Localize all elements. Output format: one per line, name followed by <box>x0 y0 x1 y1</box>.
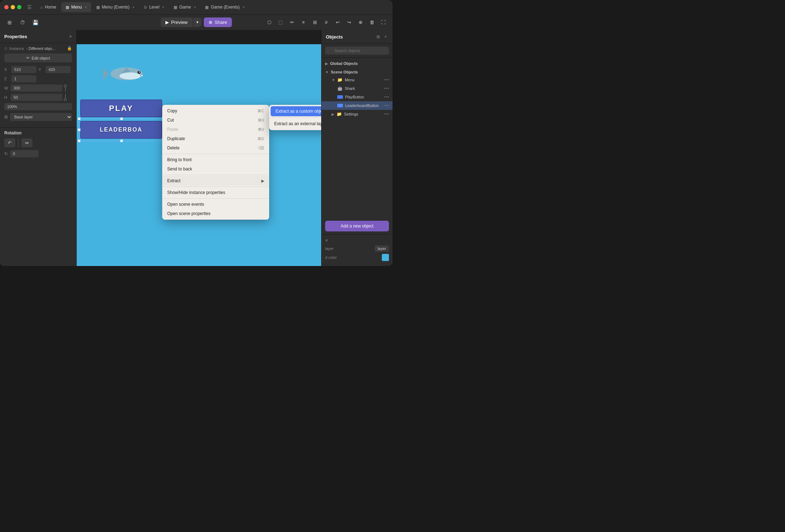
add-new-object-button[interactable]: Add a new object <box>325 221 389 231</box>
global-objects-header[interactable]: ▶ Global Objects <box>322 60 392 67</box>
context-menu-paste: Paste ⌘V <box>162 125 269 134</box>
context-menu-cut[interactable]: Cut ⌘X <box>162 116 269 125</box>
playbutton-more-icon[interactable]: ⋯ <box>384 94 389 100</box>
leaderboard-button-text: LEADERBOA <box>100 127 142 133</box>
close-button[interactable] <box>4 5 9 9</box>
maximize-button[interactable] <box>17 5 21 9</box>
context-menu-show-hide[interactable]: Show/Hide instance properties <box>162 188 269 197</box>
z-input[interactable] <box>11 75 36 82</box>
tab-level[interactable]: ⊙ Level × <box>139 2 169 12</box>
canvas-area[interactable]: PLAY LEADERBOA Copy ⌘C Cut ⌘X <box>77 30 321 266</box>
x-input[interactable] <box>11 66 36 73</box>
extract-external-layout-button[interactable]: Extract as an external layout <box>269 119 321 129</box>
properties-panel-header: Properties × <box>0 30 76 43</box>
context-menu-extract[interactable]: Extract ▶ <box>162 176 269 185</box>
tree-item-playbutton[interactable]: PlayButton ⋯ <box>322 93 392 101</box>
tab-level-close[interactable]: × <box>162 5 164 9</box>
save-icon-btn[interactable]: 💾 <box>30 17 41 28</box>
opacity-input[interactable] <box>4 103 72 110</box>
zoom-in-icon-btn[interactable]: ⊕ <box>355 17 365 27</box>
tab-menu-events[interactable]: ▦ Menu (Events) × <box>92 2 139 12</box>
objects-title: Objects <box>326 34 343 40</box>
tab-home[interactable]: ⌂ Home <box>36 2 61 12</box>
svg-marker-1 <box>103 67 109 80</box>
shark-more-icon[interactable]: ⋯ <box>384 86 389 91</box>
leaderboard-button-object[interactable]: LEADERBOA <box>80 121 162 139</box>
rotation-input[interactable] <box>10 150 39 157</box>
tree-item-menu[interactable]: ▼ 📁 Menu ⋯ <box>322 76 392 84</box>
instance-row: ◇ Instance - Different objo... 🔒 <box>4 46 72 51</box>
object-select-icon-btn[interactable]: ⬚ <box>276 17 286 27</box>
rotate-ccw-button[interactable]: ↶ <box>4 138 15 147</box>
copy-shortcut: ⌘C <box>257 109 264 113</box>
cube-3d-icon-btn[interactable]: ⬡ <box>264 17 274 27</box>
tree-item-leaderboardbutton[interactable]: LeaderboardButton ⋯ <box>322 101 392 110</box>
history-icon-btn[interactable]: ⏱ <box>17 17 28 28</box>
objects-add-icon[interactable]: ⊞ <box>375 34 381 40</box>
minimize-button[interactable] <box>11 5 15 9</box>
tab-menu[interactable]: ▦ Menu × <box>61 2 91 12</box>
context-menu-send-back[interactable]: Send to back <box>162 164 269 174</box>
context-menu-delete[interactable]: Delete ⌫ <box>162 143 269 153</box>
extract-custom-object-button[interactable]: Extract as a custom object <box>271 106 321 116</box>
tree-item-settings[interactable]: ▶ 📁 Settings ⋯ <box>322 110 392 118</box>
properties-close-button[interactable]: × <box>69 34 72 39</box>
preview-button[interactable]: ▶ Preview <box>160 17 193 27</box>
titlebar: ☰ ⌂ Home ▦ Menu × ▦ Menu (Events) × ⊙ Le… <box>0 0 392 14</box>
copy-label: Copy <box>167 108 177 113</box>
context-menu-open-props[interactable]: Open scene properties <box>162 209 269 218</box>
objects-close-icon[interactable]: × <box>383 34 388 40</box>
trash-icon-btn[interactable]: 🗑 <box>367 17 377 27</box>
settings-more-icon[interactable]: ⋯ <box>384 111 389 117</box>
tab-game[interactable]: ▦ Game × <box>169 2 200 12</box>
objects-panel-header: Objects ⊞ × <box>322 30 392 44</box>
context-menu-open-events[interactable]: Open scene events <box>162 200 269 209</box>
tab-menu-events-close[interactable]: × <box>133 5 135 9</box>
bp-layer-label: layer <box>325 246 334 251</box>
cut-label: Cut <box>167 118 174 123</box>
share-button[interactable]: ⊕ Share <box>204 17 232 27</box>
link-chain-icon <box>64 85 67 92</box>
pencil-icon-btn[interactable]: ✏ <box>287 17 297 27</box>
extract-label: Extract <box>167 178 180 183</box>
leaderboardbutton-more-icon[interactable]: ⋯ <box>384 103 389 108</box>
fullscreen-icon-btn[interactable]: ⛶ <box>378 17 388 27</box>
context-menu-copy[interactable]: Copy ⌘C <box>162 106 269 116</box>
tab-game-events[interactable]: ▦ Game (Events) × <box>201 2 249 12</box>
h-input[interactable] <box>11 94 62 101</box>
play-button-object[interactable]: PLAY <box>80 99 162 117</box>
redo-icon-btn[interactable]: ↪ <box>344 17 354 27</box>
grid-toggle-icon-btn[interactable]: ⊞ <box>310 17 320 27</box>
context-menu-duplicate[interactable]: Duplicate ⌘D <box>162 134 269 143</box>
bp-color-swatch[interactable] <box>382 254 389 261</box>
scene-arrow-icon: ▼ <box>325 70 329 74</box>
search-input[interactable] <box>325 47 389 55</box>
tab-game-close[interactable]: × <box>194 5 196 9</box>
w-input[interactable] <box>11 85 62 92</box>
tab-game-events-close[interactable]: × <box>242 5 245 9</box>
y-input[interactable] <box>46 66 71 73</box>
playbutton-label: PlayButton <box>345 95 364 99</box>
tab-level-label: Level <box>149 5 159 10</box>
context-menu-bring-front[interactable]: Bring to front <box>162 155 269 164</box>
bottom-panel-close[interactable]: × <box>325 237 328 243</box>
hashtag-icon-btn[interactable]: # <box>321 17 331 27</box>
lock-icon[interactable]: 🔒 <box>67 46 72 51</box>
undo-icon-btn[interactable]: ↩ <box>333 17 343 27</box>
hamburger-icon[interactable]: ☰ <box>27 4 32 10</box>
properties-panel: Properties × ◇ Instance - Different objo… <box>0 30 77 266</box>
menu-more-icon[interactable]: ⋯ <box>384 77 389 83</box>
bottom-panel-color-row: d color <box>325 254 389 261</box>
edit-object-button[interactable]: ✏ Edit object <box>4 53 72 62</box>
show-hide-label: Show/Hide instance properties <box>167 190 225 195</box>
share-label: Share <box>215 20 227 25</box>
scene-objects-header[interactable]: ▼ Scene Objects <box>322 68 392 76</box>
layer-select[interactable]: Base layer <box>10 113 72 121</box>
flip-h-button[interactable]: ⇔ <box>21 138 32 147</box>
preview-dropdown[interactable]: ▾ <box>193 18 201 27</box>
layout-icon-btn[interactable]: ⊞ <box>4 17 15 28</box>
layers-icon-btn[interactable]: ≡ <box>298 17 308 27</box>
rotation-divider <box>18 139 19 147</box>
tree-item-shark[interactable]: 🤖 Shark ⋯ <box>322 84 392 93</box>
tab-menu-close[interactable]: × <box>85 5 87 9</box>
